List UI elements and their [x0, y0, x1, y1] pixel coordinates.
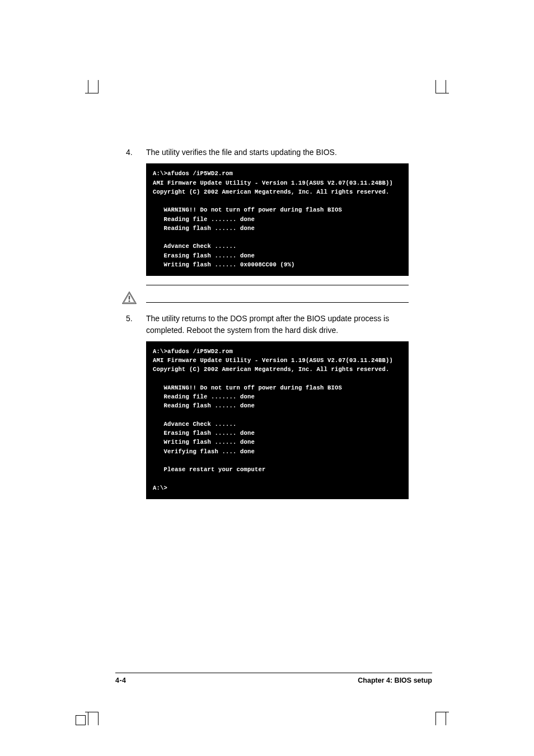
- step-4: 4. The utility verifies the file and sta…: [126, 147, 409, 158]
- term-line: Advance Check ......: [153, 421, 237, 428]
- term-line: Reading flash ...... done: [153, 402, 255, 409]
- crop-mark: [446, 712, 446, 725]
- term-line: A:\>: [153, 485, 167, 491]
- term-line: WARNING!! Do not turn off power during f…: [153, 206, 342, 213]
- term-line: Verifying flash .... done: [153, 448, 255, 455]
- chapter-title: Chapter 4: BIOS setup: [358, 677, 432, 684]
- term-line: Writing flash ...... done: [153, 439, 255, 445]
- horizontal-rule: [146, 302, 409, 303]
- terminal-output-2: A:\>afudos /iP5WD2.rom AMI Firmware Upda…: [146, 341, 409, 499]
- term-line: Advance Check ......: [153, 243, 237, 250]
- step-text: The utility verifies the file and starts…: [146, 147, 409, 158]
- crop-mark: [88, 712, 88, 725]
- crop-mark: [88, 80, 88, 93]
- svg-point-1: [129, 300, 130, 302]
- terminal-output-1: A:\>afudos /iP5WD2.rom AMI Firmware Upda…: [146, 163, 409, 276]
- caution-note: [146, 285, 409, 303]
- page-number: 4-4: [115, 677, 127, 684]
- crop-mark: [446, 80, 446, 93]
- svg-rect-0: [129, 296, 130, 300]
- term-line: Please restart your computer: [153, 466, 266, 473]
- term-line: WARNING!! Do not turn off power during f…: [153, 384, 342, 391]
- term-line: Erasing flash ...... done: [153, 252, 255, 259]
- term-line: AMI Firmware Update Utility - Version 1.…: [153, 357, 393, 364]
- crop-mark: [435, 712, 436, 725]
- term-line: Reading file ....... done: [153, 393, 255, 400]
- term-line: Copyright (C) 2002 American Megatrends, …: [153, 366, 390, 373]
- crop-mark: [85, 93, 99, 93]
- term-line: Copyright (C) 2002 American Megatrends, …: [153, 189, 390, 195]
- caution-icon: [121, 290, 137, 305]
- term-line: AMI Firmware Update Utility - Version 1.…: [153, 180, 393, 186]
- step-number: 5.: [126, 313, 146, 336]
- crop-mark: [435, 93, 449, 93]
- term-line: Writing flash ...... 0x0008CC00 (9%): [153, 261, 295, 268]
- crop-mark: [76, 715, 86, 725]
- step-number: 4.: [126, 147, 146, 158]
- term-line: Reading flash ...... done: [153, 225, 255, 232]
- step-5: 5. The utility returns to the DOS prompt…: [126, 313, 409, 336]
- term-line: A:\>afudos /iP5WD2.rom: [153, 170, 233, 177]
- crop-mark: [85, 712, 99, 712]
- term-line: Erasing flash ...... done: [153, 430, 255, 436]
- page-footer: 4-4 Chapter 4: BIOS setup: [115, 673, 432, 684]
- term-line: A:\>afudos /iP5WD2.rom: [153, 348, 233, 355]
- crop-mark: [98, 712, 99, 725]
- term-line: Reading file ....... done: [153, 216, 255, 223]
- page-content: 4. The utility verifies the file and sta…: [126, 147, 409, 508]
- step-text: The utility returns to the DOS prompt af…: [146, 313, 409, 336]
- crop-mark: [435, 80, 436, 93]
- crop-mark: [98, 80, 99, 93]
- crop-mark: [435, 712, 449, 712]
